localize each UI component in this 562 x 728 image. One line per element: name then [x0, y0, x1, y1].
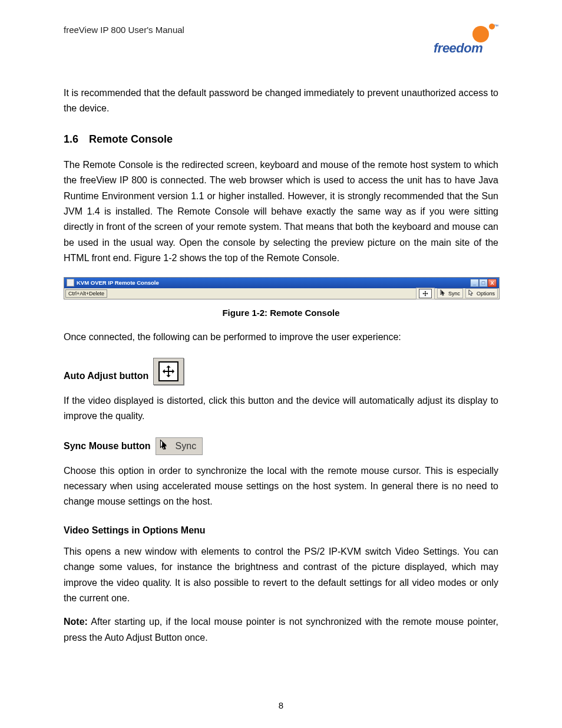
section-number: 1.6: [64, 133, 78, 146]
manual-title: freeView IP 800 User's Manual: [64, 24, 184, 35]
note-label: Note:: [64, 617, 88, 627]
section-title: Remote Console: [89, 133, 173, 145]
note-text: After starting up, if the local mouse po…: [64, 617, 498, 642]
ctrl-alt-delete-button[interactable]: Ctrl+Alt+Delete: [65, 289, 107, 298]
cursor-icon: [468, 289, 475, 297]
maximize-icon[interactable]: □: [479, 279, 488, 287]
options-toolbar-button[interactable]: Options: [465, 288, 498, 298]
window-title-text: KVM OVER IP Remote Console: [77, 279, 159, 286]
move-icon: [419, 289, 432, 298]
post-figure-paragraph: Once connected, the following can be per…: [64, 330, 498, 345]
auto-adjust-button-graphic: [153, 358, 184, 385]
double-cursor-icon: [160, 439, 170, 453]
figure-remote-console: KVM OVER IP Remote Console _ □ X Ctrl+Al…: [64, 277, 498, 299]
sync-mouse-label: Sync Mouse button: [64, 441, 151, 455]
video-settings-heading: Video Settings in Options Menu: [64, 525, 498, 536]
remote-console-titlebar: KVM OVER IP Remote Console _ □ X: [64, 278, 499, 288]
figure-caption: Figure 1-2: Remote Console: [64, 308, 498, 318]
sync-mouse-paragraph: Choose this option in order to synchroni…: [64, 463, 498, 510]
cursor-sync-icon: [440, 289, 447, 297]
move-arrows-icon: [158, 361, 178, 381]
options-toolbar-label: Options: [477, 291, 495, 297]
logo-trademark: ™: [494, 24, 498, 29]
auto-adjust-row: Auto Adjust button: [64, 358, 498, 385]
sync-toolbar-button[interactable]: Sync: [437, 288, 463, 298]
auto-adjust-toolbar-button[interactable]: [416, 288, 435, 299]
page-number: 8: [0, 700, 562, 710]
sync-mouse-button-graphic: Sync: [156, 437, 203, 455]
remote-console-window: KVM OVER IP Remote Console _ □ X Ctrl+Al…: [64, 277, 500, 299]
remote-console-toolbar: Ctrl+Alt+Delete Sync: [64, 288, 499, 299]
section-paragraph-1: The Remote Console is the redirected scr…: [64, 157, 498, 266]
section-heading: 1.6Remote Console: [64, 133, 498, 146]
note-paragraph: Note: After starting up, if the local mo…: [64, 614, 498, 645]
sync-toolbar-label: Sync: [448, 291, 460, 297]
logo-wordmark: freedom: [434, 41, 482, 56]
sync-mouse-row: Sync Mouse button Sync: [64, 437, 498, 455]
close-icon[interactable]: X: [488, 279, 497, 287]
sync-graphic-text: Sync: [176, 441, 197, 452]
app-icon: [67, 279, 74, 286]
minimize-icon[interactable]: _: [470, 279, 479, 287]
auto-adjust-label: Auto Adjust button: [64, 371, 148, 385]
page-header: freeView IP 800 User's Manual ™ freedom: [64, 24, 498, 56]
intro-paragraph: It is recommended that the default passw…: [64, 85, 498, 117]
auto-adjust-paragraph: If the video displayed is distorted, cli…: [64, 393, 498, 424]
video-settings-paragraph: This opens a new window with elements to…: [64, 544, 498, 607]
brand-logo: ™ freedom: [434, 24, 498, 56]
